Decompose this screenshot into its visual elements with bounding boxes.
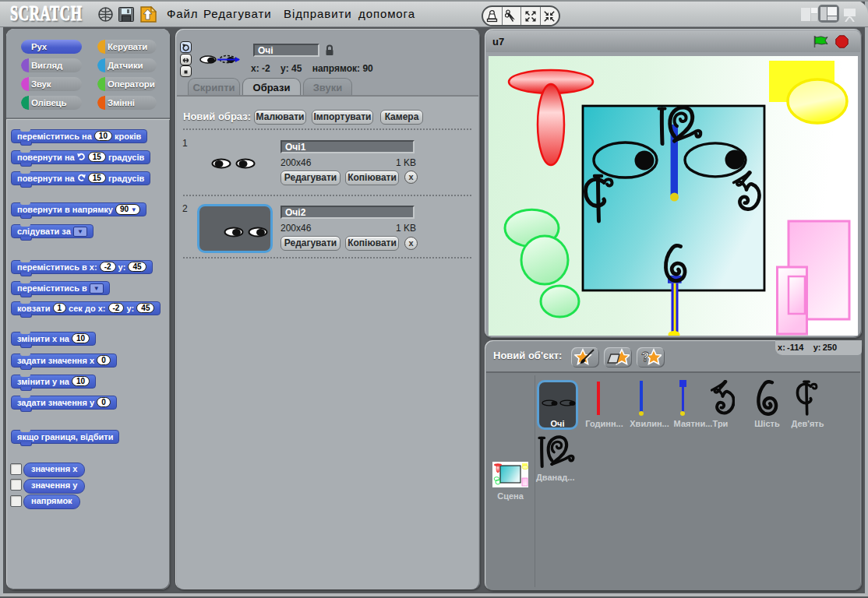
svg-text:?: ?: [641, 350, 649, 364]
